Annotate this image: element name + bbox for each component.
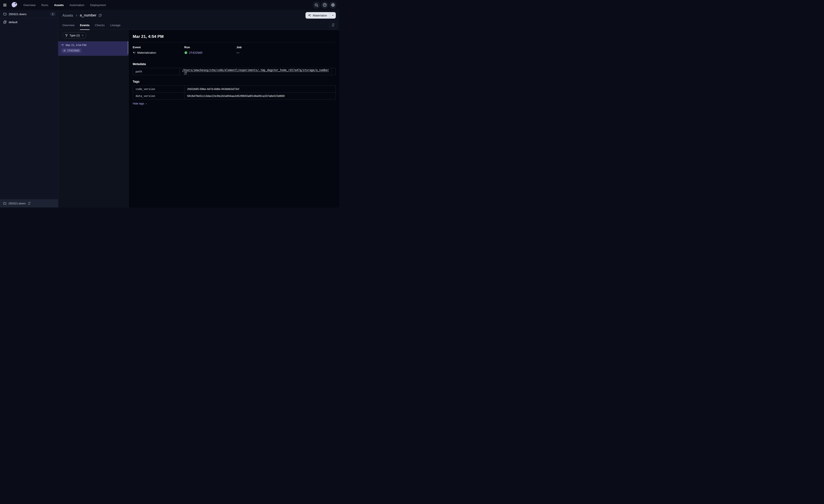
- caret-up-icon: [145, 103, 147, 105]
- metadata-gutter-cell: [332, 68, 336, 75]
- metadata-key: path: [133, 68, 180, 75]
- nav-assets[interactable]: Assets: [54, 3, 64, 7]
- run-success-icon: [184, 51, 188, 54]
- help-button[interactable]: [321, 2, 328, 9]
- sync-icon[interactable]: [28, 202, 31, 205]
- event-column-header: Event: [133, 46, 184, 49]
- scrollbar-thumb[interactable]: [127, 41, 128, 54]
- page-title: a_number: [80, 13, 97, 17]
- divider: [133, 42, 336, 42]
- metadata-table: path /Users/smackesey/stm/code/elementl/…: [133, 68, 336, 75]
- run-link[interactable]: 2fd32b85: [189, 51, 203, 54]
- gear-icon: [331, 3, 335, 7]
- search-button[interactable]: [313, 2, 320, 9]
- sync-icon: [331, 23, 335, 27]
- content-area: Assets a_number Materialize Overview: [58, 10, 339, 208]
- sidebar-footer[interactable]: 250321-dvers: [0, 199, 58, 208]
- materialize-button[interactable]: Materialize: [305, 12, 329, 19]
- run-chip[interactable]: 2fd32b85: [61, 48, 82, 53]
- chevron-right-icon: [75, 14, 78, 17]
- tag-key: data_version: [133, 93, 185, 100]
- asset-catalog-sidebar: 250321-dvers 1 default 250321-dvers: [0, 10, 58, 208]
- tag-key: code_version: [133, 86, 185, 93]
- dagster-octopus-icon: [10, 1, 18, 9]
- asset-group-icon: [3, 20, 7, 24]
- copy-icon: [184, 72, 187, 75]
- nav-runs[interactable]: Runs: [41, 3, 48, 7]
- nav-automation[interactable]: Automation: [70, 3, 84, 7]
- settings-button[interactable]: [329, 2, 336, 9]
- type-filter-label: Type (2): [70, 34, 80, 37]
- hide-tags-link[interactable]: Hide tags: [133, 102, 147, 105]
- tab-overview[interactable]: Overview: [62, 20, 75, 30]
- hide-tags-label: Hide tags: [133, 102, 144, 105]
- hamburger-icon: [3, 3, 7, 7]
- sidebar-item-group-default[interactable]: default: [0, 18, 58, 26]
- materialization-sparkle-icon: [133, 51, 136, 54]
- job-column-header: Job: [236, 46, 241, 49]
- caret-down-icon: [331, 14, 334, 17]
- type-filter-button[interactable]: Type (2): [62, 32, 86, 38]
- table-row: data_version 5816d76e51c13dac22e3fa182a6…: [133, 93, 336, 100]
- tab-lineage[interactable]: Lineage: [110, 20, 121, 30]
- tag-value: 2fd32b85-59be-4d7d-8d6e-943b6b3d73cf: [185, 86, 336, 93]
- metadata-heading: Metadata: [133, 62, 336, 66]
- events-list-panel: Type (2) Mar 21, 4:54 PM 2fd32b85: [58, 30, 129, 208]
- tab-checks[interactable]: Checks: [95, 20, 105, 30]
- footer-location-name: 250321-dvers: [8, 202, 26, 205]
- tag-value: 5816d76e51c13dac22e3fa182a654aa2d526fb50…: [185, 93, 336, 100]
- copy-icon: [99, 14, 102, 17]
- sidebar-item-code-location[interactable]: 250321-dvers 1: [0, 10, 58, 18]
- dagster-logo[interactable]: [10, 1, 18, 9]
- top-nav-bar: Overview Runs Assets Automation Deployme…: [0, 0, 339, 10]
- materialize-split-button: Materialize: [305, 12, 336, 19]
- materialize-dropdown-button[interactable]: [329, 12, 336, 19]
- folder-icon: [3, 12, 7, 16]
- event-detail-panel: Mar 21, 4:54 PM Event Materialization Ru…: [129, 30, 339, 208]
- path-link[interactable]: /Users/smackesey/stm/code/elementl/exper…: [182, 69, 329, 72]
- run-column-header: Run: [184, 46, 236, 49]
- event-timestamp: Mar 21, 4:54 PM: [66, 43, 86, 47]
- chevron-down-icon: [81, 34, 84, 36]
- nav-deployment[interactable]: Deployment: [90, 3, 106, 7]
- table-row: path /Users/smackesey/stm/code/elementl/…: [133, 68, 336, 75]
- materialize-label: Materialize: [313, 14, 327, 17]
- help-icon: [323, 3, 327, 7]
- asset-tabs: Overview Events Checks Lineage: [58, 20, 339, 30]
- tags-table: code_version 2fd32b85-59be-4d7d-8d6e-943…: [133, 86, 336, 100]
- asset-header: Assets a_number Materialize Overview: [58, 10, 339, 30]
- hamburger-menu-button[interactable]: [3, 2, 9, 8]
- copy-asset-name-button[interactable]: [99, 14, 102, 17]
- tags-heading: Tags: [133, 80, 336, 83]
- event-type-value: Materialization: [137, 51, 156, 54]
- breadcrumb-assets-link[interactable]: Assets: [62, 13, 73, 17]
- filter-icon: [65, 34, 68, 37]
- run-chip-id: 2fd32b85: [67, 49, 80, 52]
- refresh-button[interactable]: [330, 22, 336, 28]
- breadcrumb: Assets a_number: [62, 13, 102, 17]
- nav-overview[interactable]: Overview: [23, 3, 35, 7]
- job-value: —: [236, 51, 239, 54]
- code-location-name: 250321-dvers: [9, 13, 27, 16]
- folder-icon: [3, 202, 6, 205]
- materialization-sparkle-icon: [61, 44, 64, 46]
- tab-events[interactable]: Events: [80, 20, 89, 30]
- copy-path-button[interactable]: [184, 72, 187, 75]
- group-name: default: [9, 20, 17, 24]
- table-row: code_version 2fd32b85-59be-4d7d-8d6e-943…: [133, 86, 336, 93]
- asset-count-badge: 1: [50, 12, 56, 16]
- event-list-item[interactable]: Mar 21, 4:54 PM 2fd32b85: [58, 41, 128, 55]
- event-detail-title: Mar 21, 4:54 PM: [133, 34, 336, 39]
- primary-nav: Overview Runs Assets Automation Deployme…: [23, 3, 106, 7]
- search-icon: [315, 3, 318, 7]
- run-status-icon: [63, 49, 66, 52]
- sparkle-icon: [308, 14, 311, 17]
